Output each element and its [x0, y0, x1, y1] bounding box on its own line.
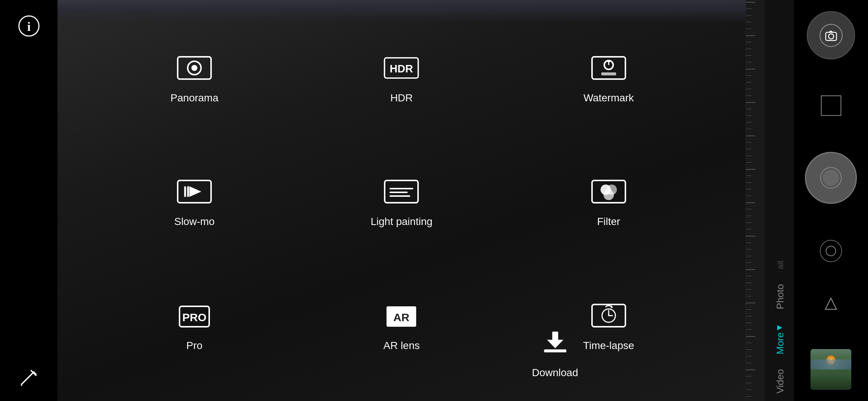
- filter-icon: [590, 173, 627, 210]
- lightpainting-label: Light painting: [371, 216, 433, 228]
- camera-mode-button[interactable]: [807, 11, 855, 59]
- mode-panorama[interactable]: Panorama: [167, 46, 222, 108]
- svg-line-2: [22, 372, 34, 384]
- shutter-button[interactable]: [805, 152, 857, 204]
- filter-label: Filter: [597, 216, 620, 228]
- mode-watermark[interactable]: Watermark: [580, 46, 638, 108]
- info-button[interactable]: i: [18, 15, 40, 37]
- square-nav-button[interactable]: [821, 95, 841, 116]
- right-mode-labels: Portrait ait Photo More ◀ Video: [766, 0, 794, 401]
- watermark-icon: [590, 49, 627, 87]
- svg-point-44: [823, 170, 839, 186]
- download-icon: [536, 324, 573, 361]
- right-mode-more[interactable]: More ◀: [773, 317, 788, 362]
- mode-filter[interactable]: Filter: [586, 169, 631, 231]
- pencil-button[interactable]: [20, 368, 38, 386]
- arlens-label: AR lens: [383, 340, 420, 352]
- mode-lightpainting[interactable]: Light painting: [367, 169, 436, 231]
- lightpainting-icon: [383, 173, 420, 210]
- svg-point-39: [820, 24, 842, 46]
- svg-rect-37: [552, 332, 558, 342]
- mode-timelapse[interactable]: Time-lapse: [579, 293, 638, 355]
- mode-download-item[interactable]: Download: [532, 324, 578, 379]
- back-triangle-icon: [822, 294, 840, 313]
- camera-icon: [819, 23, 843, 48]
- svg-point-45: [826, 246, 836, 256]
- timelapse-label: Time-lapse: [583, 340, 634, 352]
- pro-icon: PRO: [176, 297, 213, 334]
- svg-point-28: [604, 190, 614, 200]
- svg-text:HDR: HDR: [390, 63, 413, 75]
- home-circle-icon: [825, 245, 836, 257]
- mode-grid: Panorama HDR HDR: [95, 19, 708, 382]
- svg-rect-16: [601, 72, 616, 75]
- svg-marker-46: [825, 298, 836, 309]
- mode-hdr[interactable]: HDR HDR: [379, 46, 424, 108]
- main-camera-area: Panorama HDR HDR: [57, 0, 746, 401]
- timelapse-icon: [590, 297, 627, 334]
- home-nav-button[interactable]: [820, 240, 842, 262]
- svg-rect-38: [544, 349, 566, 352]
- right-mode-ait[interactable]: ait: [774, 261, 787, 277]
- right-mode-photo[interactable]: Photo: [773, 277, 788, 317]
- ruler: [746, 0, 765, 401]
- mode-arlens[interactable]: AR AR lens: [379, 293, 424, 355]
- svg-rect-42: [829, 31, 832, 33]
- slowmo-label: Slow-mo: [174, 216, 215, 228]
- panorama-label: Panorama: [171, 92, 218, 104]
- svg-marker-35: [611, 305, 613, 308]
- right-mode-video[interactable]: Video: [773, 362, 788, 401]
- mode-slowmo[interactable]: Slow-mo: [171, 169, 218, 231]
- right-ruler-panel: Portrait ait Photo More ◀ Video: [746, 0, 794, 401]
- pro-label: Pro: [186, 340, 203, 352]
- watermark-label: Watermark: [583, 92, 634, 104]
- hdr-label: HDR: [390, 92, 413, 104]
- far-right-panel: [794, 0, 868, 401]
- svg-marker-18: [190, 187, 200, 196]
- download-label: Download: [532, 367, 578, 379]
- svg-text:i: i: [27, 20, 30, 33]
- hdr-icon: HDR: [383, 49, 420, 87]
- shutter-icon: [818, 165, 844, 191]
- back-nav-button[interactable]: [822, 294, 840, 313]
- panorama-icon: [176, 49, 213, 87]
- arlens-icon: AR: [383, 297, 420, 334]
- more-arrow-icon: ◀: [777, 324, 782, 332]
- svg-text:AR: AR: [394, 311, 410, 323]
- mode-pro[interactable]: PRO Pro: [172, 293, 217, 355]
- left-sidebar: i: [0, 0, 57, 401]
- svg-point-8: [191, 65, 197, 71]
- photo-thumbnail[interactable]: [811, 349, 851, 390]
- svg-text:PRO: PRO: [183, 311, 207, 323]
- slowmo-icon: [176, 173, 213, 210]
- svg-point-41: [828, 34, 834, 39]
